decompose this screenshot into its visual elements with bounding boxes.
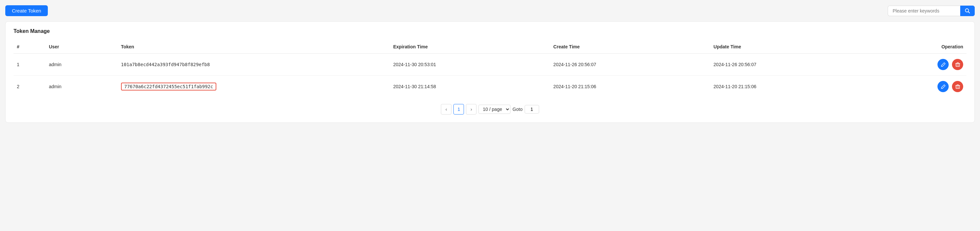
goto-input[interactable] xyxy=(525,105,539,114)
delete-button[interactable] xyxy=(952,59,963,70)
cell-create-time: 2024-11-20 21:15:06 xyxy=(550,76,710,98)
pagination-prev-button[interactable]: ‹ xyxy=(441,104,452,114)
cell-update-time: 2024-11-26 20:56:07 xyxy=(710,54,870,76)
token-value: 101a7b8ecd442a393fd947b8f829efb8 xyxy=(121,62,210,67)
col-header-user: User xyxy=(46,40,118,54)
edit-button[interactable] xyxy=(937,81,949,92)
col-header-hash: # xyxy=(14,40,46,54)
card-title: Token Manage xyxy=(14,28,966,34)
cell-expiration-time: 2024-11-30 21:14:58 xyxy=(390,76,550,98)
table-body: 1 admin 101a7b8ecd442a393fd947b8f829efb8… xyxy=(14,54,966,98)
cell-operation xyxy=(870,54,966,76)
col-header-create-time: Create Time xyxy=(550,40,710,54)
svg-rect-5 xyxy=(956,85,959,89)
cell-token: 101a7b8ecd442a393fd947b8f829efb8 xyxy=(118,54,390,76)
token-value-highlighted: 77670a6c22fd4372455ec51f1fab992c xyxy=(121,82,216,90)
cell-operation xyxy=(870,76,966,98)
search-input[interactable] xyxy=(888,6,960,16)
pagination-page-1-button[interactable]: 1 xyxy=(453,104,464,114)
col-header-operation: Operation xyxy=(870,40,966,54)
col-header-update-time: Update Time xyxy=(710,40,870,54)
table-row: 2 admin 77670a6c22fd4372455ec51f1fab992c… xyxy=(14,76,966,98)
cell-id: 1 xyxy=(14,54,46,76)
cell-user: admin xyxy=(46,54,118,76)
token-table: # User Token Expiration Time Create Time… xyxy=(14,40,966,97)
search-button[interactable] xyxy=(960,6,975,16)
cell-token: 77670a6c22fd4372455ec51f1fab992c xyxy=(118,76,390,98)
svg-line-1 xyxy=(969,11,970,13)
col-header-token: Token xyxy=(118,40,390,54)
search-icon xyxy=(965,8,970,14)
pagination: ‹ 1 › 10 / page 20 / page 50 / page Goto xyxy=(14,104,966,114)
pagination-next-button[interactable]: › xyxy=(466,104,476,114)
goto-label: Goto xyxy=(512,107,522,112)
page-size-select[interactable]: 10 / page 20 / page 50 / page xyxy=(479,104,511,114)
delete-icon xyxy=(955,62,960,67)
cell-update-time: 2024-11-20 21:15:06 xyxy=(710,76,870,98)
delete-icon xyxy=(955,84,960,89)
col-header-expiration-time: Expiration Time xyxy=(390,40,550,54)
edit-button[interactable] xyxy=(937,59,949,70)
delete-button[interactable] xyxy=(952,81,963,92)
search-area xyxy=(888,6,975,16)
token-manage-card: Token Manage # User Token Expiration Tim… xyxy=(5,21,975,123)
edit-icon xyxy=(941,62,946,67)
table-row: 1 admin 101a7b8ecd442a393fd947b8f829efb8… xyxy=(14,54,966,76)
cell-user: admin xyxy=(46,76,118,98)
top-bar: Create Token xyxy=(5,5,975,16)
create-token-button[interactable]: Create Token xyxy=(5,5,48,16)
cell-create-time: 2024-11-26 20:56:07 xyxy=(550,54,710,76)
cell-id: 2 xyxy=(14,76,46,98)
table-header-row: # User Token Expiration Time Create Time… xyxy=(14,40,966,54)
cell-expiration-time: 2024-11-30 20:53:01 xyxy=(390,54,550,76)
edit-icon xyxy=(941,84,946,89)
svg-rect-2 xyxy=(956,63,959,66)
